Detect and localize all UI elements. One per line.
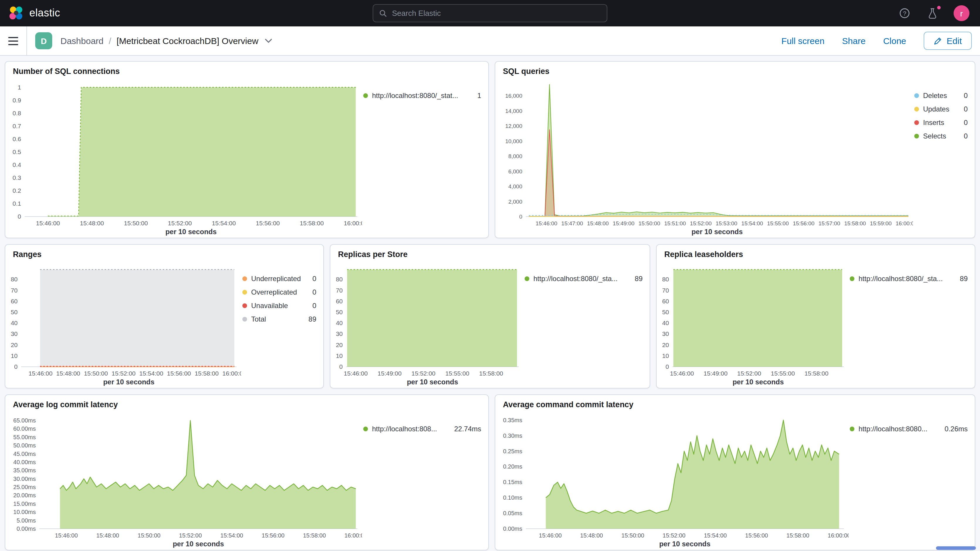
breadcrumb-dashboard-link[interactable]: Dashboard	[60, 36, 103, 46]
chart-ranges[interactable]: 0102030405060708015:46:0015:48:0015:50:0…	[5, 260, 241, 388]
legend-dot	[242, 303, 247, 308]
svg-text:16:00:00: 16:00:00	[896, 220, 913, 226]
chart-number-of-sql-connections[interactable]: 00.10.20.30.40.50.60.70.80.9115:46:0015:…	[5, 76, 362, 238]
svg-text:6,000: 6,000	[508, 169, 522, 175]
legend-label: http://localhost:8080/_sta...	[859, 275, 943, 283]
panel-title[interactable]: Replicas per Store	[330, 245, 650, 260]
legend-dot	[363, 93, 368, 98]
share-button[interactable]: Share	[842, 36, 865, 46]
legend-item[interactable]: Underreplicated0	[242, 275, 316, 283]
legend-item[interactable]: http://localhost:8080...0.26ms	[850, 425, 968, 433]
user-avatar[interactable]: r	[954, 5, 969, 21]
panel-number-of-sql-connections: Number of SQL connections 00.10.20.30.40…	[5, 61, 489, 238]
panel-title[interactable]: Average command commit latency	[495, 395, 975, 409]
help-icon: ?	[899, 8, 910, 19]
legend-item[interactable]: http://localhost:8080/_sta...89	[525, 275, 643, 283]
svg-text:5.00ms: 5.00ms	[16, 517, 36, 524]
chart-average-command-commit-latency[interactable]: 0.00ms0.05ms0.10ms0.15ms0.20ms0.25ms0.30…	[495, 409, 848, 550]
chart-average-log-commit-latency[interactable]: 0.00ms5.00ms10.00ms15.00ms20.00ms25.00ms…	[5, 409, 362, 550]
panel-title[interactable]: Number of SQL connections	[5, 62, 488, 76]
svg-text:15:50:00: 15:50:00	[138, 532, 161, 539]
svg-text:40.00ms: 40.00ms	[13, 459, 36, 465]
legend-item[interactable]: Total89	[242, 315, 316, 323]
legend-label: Overreplicated	[251, 288, 297, 296]
legend-item[interactable]: Selects0	[914, 132, 968, 140]
svg-text:0.30ms: 0.30ms	[503, 433, 522, 439]
svg-text:15:52:00: 15:52:00	[168, 220, 192, 226]
legend-label: Unavailable	[251, 302, 288, 310]
svg-text:14,000: 14,000	[505, 108, 522, 114]
global-search[interactable]	[372, 4, 608, 22]
legend-dot	[242, 317, 247, 322]
edit-button[interactable]: Edit	[924, 32, 972, 50]
legend-dot	[850, 276, 854, 281]
svg-text:15:46:00: 15:46:00	[29, 370, 52, 377]
svg-text:10: 10	[336, 352, 343, 359]
panel-title[interactable]: Ranges	[5, 245, 323, 260]
svg-text:15:56:00: 15:56:00	[167, 370, 191, 377]
legend-item[interactable]: http://localhost:808...22.74ms	[363, 425, 481, 433]
chart-sql-queries[interactable]: 02,0004,0006,0008,00010,00012,00014,0001…	[495, 76, 913, 238]
legend-dot	[914, 120, 919, 125]
panel-title[interactable]: SQL queries	[495, 62, 975, 76]
svg-text:0.3: 0.3	[13, 174, 21, 181]
svg-text:per 10 seconds: per 10 seconds	[733, 378, 784, 386]
newsfeed-button[interactable]	[926, 6, 940, 20]
horizontal-scrollbar-thumb[interactable]	[936, 546, 976, 550]
svg-text:50: 50	[11, 309, 18, 315]
clone-button[interactable]: Clone	[883, 36, 906, 46]
svg-text:15:58:00: 15:58:00	[300, 220, 324, 226]
svg-text:15:55:00: 15:55:00	[771, 370, 795, 377]
svg-text:15:51:00: 15:51:00	[664, 220, 686, 226]
svg-text:15:55:00: 15:55:00	[767, 220, 789, 226]
legend-item[interactable]: Deletes0	[914, 92, 968, 100]
legend-item[interactable]: Unavailable0	[242, 302, 316, 310]
elastic-home-link[interactable]: elastic	[8, 5, 60, 21]
legend-value: 0	[964, 92, 968, 100]
legend-label: Selects	[923, 132, 946, 140]
svg-text:15:48:00: 15:48:00	[56, 370, 80, 377]
full-screen-button[interactable]: Full screen	[781, 36, 824, 46]
space-avatar[interactable]: D	[35, 32, 52, 49]
chart-replica-leaseholders[interactable]: 0102030405060708015:46:0015:49:0015:52:0…	[657, 260, 848, 388]
edit-button-label: Edit	[947, 36, 962, 46]
svg-text:15:58:00: 15:58:00	[844, 220, 866, 226]
chart-replicas-per-store[interactable]: 0102030405060708015:46:0015:49:0015:52:0…	[330, 260, 523, 388]
svg-text:30: 30	[11, 330, 18, 337]
legend-dot	[914, 107, 919, 111]
svg-text:12,000: 12,000	[505, 123, 522, 129]
svg-text:30: 30	[662, 330, 669, 337]
svg-text:40: 40	[662, 320, 669, 326]
svg-text:15:54:00: 15:54:00	[220, 532, 243, 539]
legend-value: 89	[635, 275, 643, 283]
panel-title[interactable]: Average log commit latency	[5, 395, 488, 409]
main-menu-button[interactable]	[8, 26, 27, 55]
legend-dot	[914, 134, 919, 139]
panel-title[interactable]: Replica leaseholders	[657, 245, 975, 260]
legend-item[interactable]: Inserts0	[914, 118, 968, 127]
search-input[interactable]	[392, 9, 601, 18]
svg-text:60: 60	[336, 298, 343, 304]
chart-legend: http://localhost:8080/_sta...89	[523, 260, 650, 388]
title-menu-button[interactable]	[265, 38, 272, 43]
help-button[interactable]: ?	[897, 6, 912, 20]
svg-text:15:52:00: 15:52:00	[662, 532, 686, 539]
legend-item[interactable]: http://localhost:8080/_stat...1	[363, 92, 481, 100]
svg-text:55.00ms: 55.00ms	[13, 434, 36, 440]
svg-text:0.1: 0.1	[13, 200, 21, 207]
svg-text:15:46:00: 15:46:00	[539, 532, 562, 539]
legend-value: 89	[960, 275, 968, 283]
panel-row-1: Number of SQL connections 00.10.20.30.40…	[5, 61, 975, 238]
legend-item[interactable]: http://localhost:8080/_sta...89	[850, 275, 968, 283]
legend-dot	[850, 427, 854, 431]
legend-label: Deletes	[923, 92, 947, 100]
svg-text:0.9: 0.9	[13, 97, 21, 104]
space-avatar-letter: D	[41, 36, 47, 46]
legend-item[interactable]: Overreplicated0	[242, 288, 316, 296]
legend-item[interactable]: Updates0	[914, 105, 968, 113]
legend-dot	[914, 93, 919, 98]
panel-row-2: Ranges 0102030405060708015:46:0015:48:00…	[5, 244, 975, 389]
svg-text:15:57:00: 15:57:00	[819, 220, 840, 226]
legend-value: 1	[477, 92, 481, 100]
svg-text:8,000: 8,000	[508, 153, 522, 159]
